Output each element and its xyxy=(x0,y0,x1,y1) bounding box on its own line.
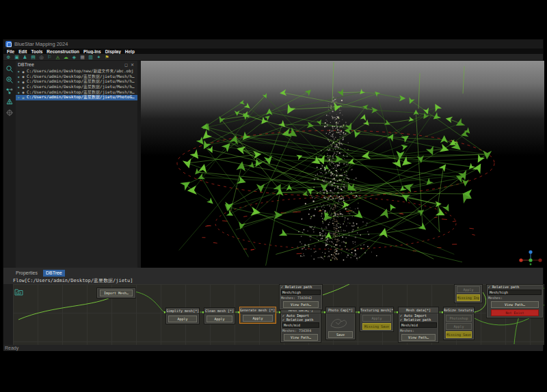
menu-item-tools[interactable]: Tools xyxy=(29,49,44,54)
control-point-icon[interactable]: ♟ xyxy=(22,54,28,60)
menu-item-plug-ins[interactable]: Plug-Ins xyxy=(81,49,103,54)
dbtree-item[interactable]: ●●C:/Users/admin/Desktop/new/新建文件夹/abc.o… xyxy=(16,69,137,74)
node-button-view-path[interactable]: View Path… xyxy=(491,301,538,308)
node-title: Clean mesh [*] xyxy=(204,308,235,314)
node-button-save[interactable]: Save xyxy=(328,331,353,338)
node-button-photoshop[interactable]: Photoshop xyxy=(446,315,472,322)
title-bar[interactable]: BlueStar Mapping 2024 xyxy=(3,40,543,48)
node-title: Mesh data[*] xyxy=(399,307,438,313)
node-button-not-exist[interactable]: Not Exist xyxy=(491,309,538,316)
node-button-view-path[interactable]: View Path… xyxy=(283,301,319,308)
node-title: ReSize texture[*] xyxy=(444,307,474,313)
menu-bar: FileEditToolsReconstructionPlug-InsDispl… xyxy=(3,48,543,54)
node-checkbox[interactable]: ✓ Relative path xyxy=(281,318,321,322)
flow-node-resize-texture[interactable]: ReSize texture[*]PhotoshopApplyMissing S… xyxy=(443,307,475,340)
dbtree-item[interactable]: ●●C:/Users/admin/Desktop/蓝星数据/jietu/Mesh… xyxy=(16,74,137,80)
node-button-missing-save[interactable]: Missing Save xyxy=(446,331,472,338)
tab-dbtree[interactable]: DBTree xyxy=(43,270,65,277)
tree-bullet-icon: ● xyxy=(18,70,20,73)
flow-node-import-mesh[interactable]: Import Mesh… xyxy=(96,288,136,298)
flow-folder-icon[interactable] xyxy=(14,286,23,298)
node-button-missing-input[interactable]: Missing Input xyxy=(457,294,481,301)
node-path-input[interactable]: Mesh/mid xyxy=(282,322,319,328)
menu-item-file[interactable]: File xyxy=(5,49,16,54)
measure-icon[interactable]: ✦ xyxy=(96,54,102,60)
flow-node-texturing-mesh[interactable]: Texturing mesh[*]ApplyMissing Save xyxy=(360,307,394,332)
node-button-apply[interactable]: Apply xyxy=(206,316,232,322)
cloud-icon[interactable]: ☁ xyxy=(63,54,69,60)
dbtree-item[interactable]: ●●C:/Users/admin/Desktop/蓝星数据/jietu/Mesh… xyxy=(16,89,137,95)
dbtree-item-path: C:/Users/admin/Desktop/new/新建文件夹/abc.obj xyxy=(27,69,133,74)
node-path-input[interactable]: Mesh/high xyxy=(281,290,321,295)
pin-icon[interactable]: ◻ xyxy=(123,62,129,67)
item-dot-icon: ● xyxy=(21,90,25,94)
node-button-import-mesh[interactable]: Import Mesh… xyxy=(100,290,133,296)
dbtree-item[interactable]: ●☑C:/Users/admin/Desktop/蓝星数据/jietu/Phot… xyxy=(16,95,137,100)
menu-item-display[interactable]: Display xyxy=(103,49,123,54)
texture-icon[interactable]: ▦ xyxy=(79,54,85,60)
flow-node-photo-cap[interactable]: Photo Cap[*]Save xyxy=(325,307,356,340)
status-bar: Ready xyxy=(3,345,543,351)
flow-node-clean-mesh[interactable]: Clean mesh [*]Apply xyxy=(204,307,235,324)
dbtree-item-path: C:/Users/admin/Desktop/蓝星数据/jietu/Mesh/h… xyxy=(27,85,135,90)
item-dot-icon: ● xyxy=(21,80,25,84)
license-icon[interactable]: ⚑ xyxy=(104,54,110,60)
node-button-missing-save[interactable]: Missing Save xyxy=(362,323,390,330)
flow-node-mesh-data-mid-2[interactable]: Mesh data[*]✓ Auto Import✓ Relative path… xyxy=(398,307,439,343)
menu-item-edit[interactable]: Edit xyxy=(16,49,29,54)
node-button-apply[interactable]: Apply xyxy=(362,315,390,322)
dbtree-list: ●●C:/Users/admin/Desktop/new/新建文件夹/abc.o… xyxy=(16,69,137,100)
mesh-icon[interactable]: ◈ xyxy=(71,54,77,60)
circle-select-icon[interactable]: ◎ xyxy=(38,54,44,60)
flow-canvas[interactable]: Import Mesh…Simplify mesh[*]ApplyClean m… xyxy=(13,284,544,345)
close-icon[interactable]: ✕ xyxy=(129,62,135,67)
node-checkbox[interactable]: ✓ Relative path xyxy=(280,285,322,289)
dbtree-panel: DBTree ◻ ✕ ●●C:/Users/admin/Desktop/new/… xyxy=(16,61,137,268)
photo-sketch-icon xyxy=(326,314,355,330)
dbtree-item-path: C:/Users/admin/Desktop/蓝星数据/jietu/Mesh/h… xyxy=(27,74,135,80)
node-checkbox[interactable]: ✓ Relative path xyxy=(487,285,543,289)
search-icon[interactable] xyxy=(5,64,14,72)
node-button-view-path[interactable]: View Path… xyxy=(401,334,436,341)
flow-node-simplify-mesh[interactable]: Simplify mesh[*]Apply xyxy=(165,307,200,324)
flow-node-mesh-data-high-top[interactable]: ✓ Relative pathMesh/highMeshes: 7343042V… xyxy=(279,284,323,310)
export-icon[interactable]: ▥ xyxy=(88,54,94,60)
dbtree-item[interactable]: ●●C:/Users/admin/Desktop/蓝星数据/jietu/Mesh… xyxy=(16,79,137,85)
dbtree-item-path: C:/Users/admin/Desktop/蓝星数据/jietu/Mesh/m… xyxy=(27,89,135,95)
status-text: Ready xyxy=(5,346,18,350)
import-scene-icon[interactable]: ▣ xyxy=(14,54,20,60)
node-button-view-path[interactable]: View Path… xyxy=(284,334,318,341)
locate-icon[interactable] xyxy=(5,107,14,115)
flow-title: Flow[C:/Users/admin/Desktop/蓝星数据/jietu] xyxy=(13,277,133,284)
node-path-input[interactable]: Mesh/high xyxy=(488,290,542,295)
align-icon[interactable]: ◬ xyxy=(55,54,61,60)
tree-bullet-icon: ● xyxy=(18,85,20,89)
graph-nodes-icon[interactable] xyxy=(5,85,14,94)
node-button-apply[interactable]: Apply xyxy=(168,316,196,322)
node-button-apply[interactable]: Apply xyxy=(243,315,274,322)
flow-node-mesh-data-high-right[interactable]: ✓ Relative pathMesh/highMeshes:View Path… xyxy=(486,284,544,318)
viewport-3d[interactable] xyxy=(141,61,544,268)
zoom-in-icon[interactable] xyxy=(5,74,14,83)
node-title: Texturing mesh[*] xyxy=(360,307,393,313)
menu-item-help[interactable]: Help xyxy=(123,49,137,54)
flow-node-apply-input-top[interactable]: ApplyMissing Input xyxy=(454,284,483,303)
tree-bullet-icon: ● xyxy=(18,91,20,94)
dbtree-item-path: C:/Users/admin/Desktop/蓝星数据/jietu/Mesh/h… xyxy=(27,79,135,85)
bottom-tabs: Properties DBTree xyxy=(3,268,543,277)
node-button-apply[interactable]: Apply xyxy=(446,323,472,330)
tab-properties[interactable]: Properties xyxy=(13,270,40,277)
node-button-apply[interactable]: Apply xyxy=(457,286,481,293)
flow-node-generate-mesh[interactable]: Generate mesh [*][*]Apply xyxy=(239,307,276,324)
menu-item-reconstruction[interactable]: Reconstruction xyxy=(44,49,81,54)
image-list-icon[interactable]: ▤ xyxy=(30,54,36,60)
dbtree-item[interactable]: ●●C:/Users/admin/Desktop/蓝星数据/jietu/Mesh… xyxy=(16,85,137,90)
mesh-grid-icon[interactable] xyxy=(5,96,14,104)
node-checkbox[interactable]: ✓ Relative path xyxy=(399,318,438,322)
node-path-input[interactable]: Mesh/mid xyxy=(400,322,437,328)
flag-icon[interactable]: ⚐ xyxy=(46,54,53,60)
globe-icon[interactable]: ⊕ xyxy=(5,54,12,60)
viewport-3d-scene[interactable] xyxy=(141,61,544,268)
flow-node-mesh-data-mid[interactable]: Mesh data[*]✓ Auto Import✓ Relative path… xyxy=(280,307,321,343)
flow-header: Flow[C:/Users/admin/Desktop/蓝星数据/jietu] xyxy=(3,277,543,284)
